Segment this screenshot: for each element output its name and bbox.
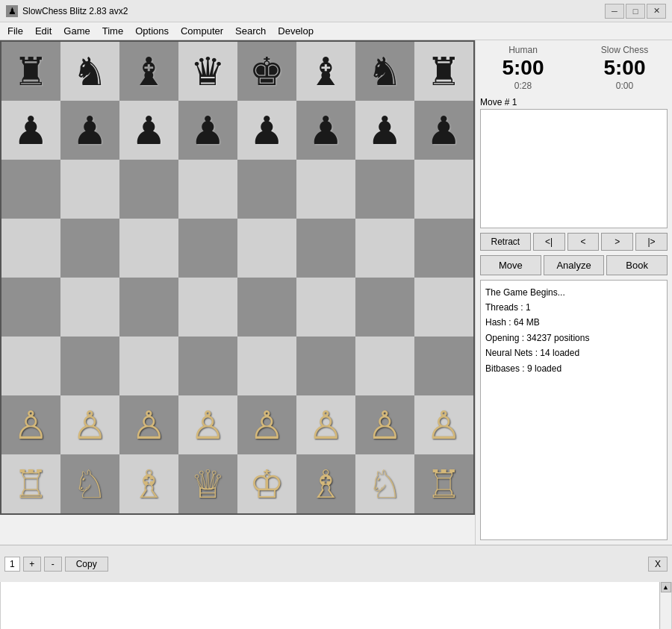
square-g1[interactable]: ♘ — [355, 454, 414, 513]
square-c8[interactable]: ♝ — [119, 42, 178, 101]
copy-button[interactable]: Copy — [65, 557, 108, 572]
square-g4[interactable] — [355, 278, 414, 337]
square-h5[interactable] — [414, 219, 473, 278]
square-c7[interactable]: ♟ — [119, 101, 178, 160]
square-d4[interactable] — [178, 278, 237, 337]
close-button[interactable]: ✕ — [647, 4, 666, 19]
square-f2[interactable]: ♙ — [296, 395, 355, 454]
square-c1[interactable]: ♗ — [119, 454, 178, 513]
remove-tab-button[interactable]: - — [44, 557, 62, 572]
notation-textarea[interactable] — [1, 582, 659, 629]
square-d5[interactable] — [178, 219, 237, 278]
square-a7[interactable]: ♟ — [1, 101, 60, 160]
square-d6[interactable] — [178, 160, 237, 219]
square-a3[interactable] — [1, 337, 60, 395]
square-e7[interactable]: ♟ — [237, 101, 296, 160]
next-move-button[interactable]: > — [601, 233, 633, 251]
square-e3[interactable] — [237, 337, 296, 395]
move-button[interactable]: Move — [480, 255, 541, 275]
square-g6[interactable] — [355, 160, 414, 219]
maximize-button[interactable]: □ — [626, 4, 645, 19]
human-clock-time: 5:00 — [480, 55, 566, 81]
menu-computer[interactable]: Computer — [175, 22, 229, 40]
square-c3[interactable] — [119, 337, 178, 395]
square-g5[interactable] — [355, 219, 414, 278]
square-a4[interactable] — [1, 278, 60, 337]
square-e5[interactable] — [237, 219, 296, 278]
square-g3[interactable] — [355, 337, 414, 395]
square-a1[interactable]: ♖ — [1, 454, 60, 513]
square-b8[interactable]: ♞ — [60, 42, 119, 101]
book-button[interactable]: Book — [606, 255, 668, 275]
menu-game[interactable]: Game — [57, 22, 96, 40]
square-d2[interactable]: ♙ — [178, 395, 237, 454]
square-d8[interactable]: ♛ — [178, 42, 237, 101]
menu-bar: File Edit Game Time Options Computer Sea… — [0, 22, 672, 40]
piece-black-rook: ♜ — [13, 52, 49, 91]
square-g7[interactable]: ♟ — [355, 101, 414, 160]
prev-move-button[interactable]: < — [567, 233, 600, 251]
square-b5[interactable] — [60, 219, 119, 278]
square-b4[interactable] — [60, 278, 119, 337]
square-h3[interactable] — [414, 337, 473, 395]
last-move-button[interactable]: |> — [635, 233, 668, 251]
scroll-up-arrow[interactable]: ▲ — [661, 582, 671, 592]
analyze-button[interactable]: Analyze — [544, 255, 605, 275]
menu-edit[interactable]: Edit — [29, 22, 57, 40]
square-e2[interactable]: ♙ — [237, 395, 296, 454]
square-b1[interactable]: ♘ — [60, 454, 119, 513]
square-b3[interactable] — [60, 337, 119, 395]
square-c6[interactable] — [119, 160, 178, 219]
retract-button[interactable]: Retract — [480, 233, 531, 251]
square-e1[interactable]: ♔ — [237, 454, 296, 513]
square-e8[interactable]: ♚ — [237, 42, 296, 101]
square-g8[interactable]: ♞ — [355, 42, 414, 101]
square-h7[interactable]: ♟ — [414, 101, 473, 160]
square-d1[interactable]: ♕ — [178, 454, 237, 513]
square-c2[interactable]: ♙ — [119, 395, 178, 454]
square-g2[interactable]: ♙ — [355, 395, 414, 454]
square-h2[interactable]: ♙ — [414, 395, 473, 454]
menu-time[interactable]: Time — [96, 22, 129, 40]
square-f1[interactable]: ♗ — [296, 454, 355, 513]
square-d7[interactable]: ♟ — [178, 101, 237, 160]
square-h1[interactable]: ♖ — [414, 454, 473, 513]
square-a2[interactable]: ♙ — [1, 395, 60, 454]
nav-buttons: Retract <| < > |> — [480, 233, 668, 251]
square-f6[interactable] — [296, 160, 355, 219]
square-h8[interactable]: ♜ — [414, 42, 473, 101]
square-c5[interactable] — [119, 219, 178, 278]
scrollbar-vertical[interactable]: ▲ ▼ — [659, 582, 671, 629]
square-f5[interactable] — [296, 219, 355, 278]
move-list[interactable] — [480, 109, 668, 228]
square-d3[interactable] — [178, 337, 237, 395]
square-h4[interactable] — [414, 278, 473, 337]
menu-file[interactable]: File — [1, 22, 29, 40]
piece-white-pawn-b2: ♙ — [72, 406, 108, 445]
square-h6[interactable] — [414, 160, 473, 219]
square-b7[interactable]: ♟ — [60, 101, 119, 160]
menu-search[interactable]: Search — [229, 22, 272, 40]
human-clock-label: Human — [480, 45, 566, 55]
piece-black-pawn-a7: ♟ — [13, 111, 49, 150]
menu-develop[interactable]: Develop — [272, 22, 320, 40]
square-f7[interactable]: ♟ — [296, 101, 355, 160]
first-move-button[interactable]: <| — [533, 233, 565, 251]
close-tab-button[interactable]: X — [648, 557, 668, 572]
square-e4[interactable] — [237, 278, 296, 337]
square-b2[interactable]: ♙ — [60, 395, 119, 454]
add-tab-button[interactable]: + — [23, 557, 41, 572]
square-e6[interactable] — [237, 160, 296, 219]
square-a5[interactable] — [1, 219, 60, 278]
menu-options[interactable]: Options — [129, 22, 175, 40]
square-b6[interactable] — [60, 160, 119, 219]
tab-number[interactable]: 1 — [4, 557, 20, 572]
square-f8[interactable]: ♝ — [296, 42, 355, 101]
minimize-button[interactable]: ─ — [605, 4, 624, 19]
square-a6[interactable] — [1, 160, 60, 219]
square-f3[interactable] — [296, 337, 355, 395]
chess-board[interactable]: ♜ ♞ ♝ ♛ ♚ ♝ ♞ ♜ ♟ ♟ ♟ ♟ ♟ ♟ ♟ ♟ — [0, 40, 475, 515]
square-a8[interactable]: ♜ — [1, 42, 60, 101]
square-f4[interactable] — [296, 278, 355, 337]
square-c4[interactable] — [119, 278, 178, 337]
